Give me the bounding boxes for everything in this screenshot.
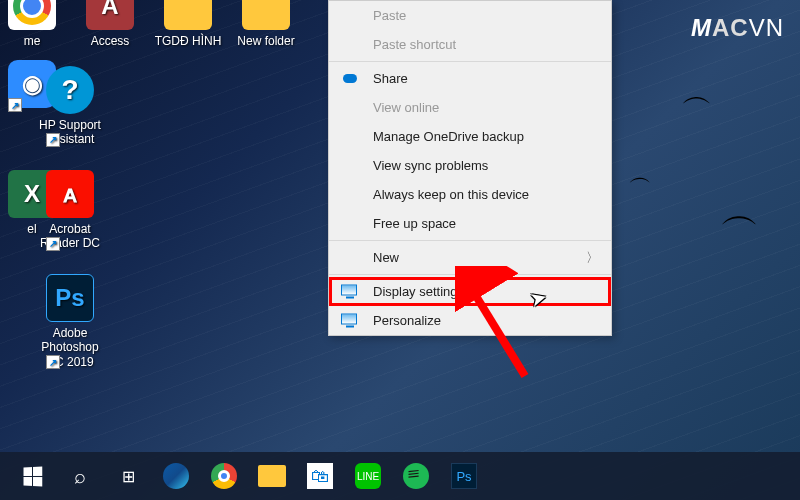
taskview-icon: ⊞ — [122, 467, 135, 486]
menu-item-paste: Paste — [329, 1, 611, 30]
onedrive-icon — [341, 70, 359, 88]
menu-item-new[interactable]: New 〉 — [329, 243, 611, 272]
desktop-icon-acrobat[interactable]: ᴀ↗ Acrobat Reader DC — [32, 170, 108, 251]
icon-label: Access — [72, 34, 148, 48]
desktop-icon-folder-new[interactable]: New folder — [228, 0, 304, 48]
menu-label: Share — [373, 71, 408, 86]
menu-item-personalize[interactable]: Personalize — [329, 306, 611, 335]
chrome-icon — [211, 463, 237, 489]
desktop-context-menu: Paste Paste shortcut Share View online M… — [328, 0, 612, 336]
desktop-icon-photoshop[interactable]: Ps↗ Adobe Photoshop CC 2019 — [32, 274, 108, 369]
monitor-icon — [341, 314, 357, 325]
icon-label: me — [0, 34, 70, 48]
windows-logo-icon — [23, 466, 42, 486]
line-icon: LINE — [355, 463, 381, 489]
menu-item-view-online: View online — [329, 93, 611, 122]
photoshop-icon: Ps — [451, 463, 477, 489]
menu-item-free-up[interactable]: Free up space — [329, 209, 611, 238]
shortcut-arrow-icon: ↗ — [46, 133, 60, 147]
taskbar-app-explorer[interactable] — [248, 452, 296, 500]
taskbar-app-edge[interactable] — [152, 452, 200, 500]
taskview-button[interactable]: ⊞ — [104, 452, 152, 500]
monitor-icon — [341, 285, 357, 296]
desktop-icon-folder-tgdd[interactable]: TGDĐ HÌNH — [150, 0, 226, 48]
menu-label: Free up space — [373, 216, 456, 231]
menu-label: Manage OneDrive backup — [373, 129, 524, 144]
edge-icon — [163, 463, 189, 489]
icon-label: Adobe Photoshop CC 2019 — [32, 326, 108, 369]
store-icon: 🛍 — [307, 463, 333, 489]
icon-label: Acrobat Reader DC — [32, 222, 108, 251]
menu-item-share[interactable]: Share — [329, 64, 611, 93]
menu-item-always-keep[interactable]: Always keep on this device — [329, 180, 611, 209]
search-button[interactable]: ⌕ — [56, 452, 104, 500]
menu-item-paste-shortcut: Paste shortcut — [329, 30, 611, 59]
menu-label: Personalize — [373, 313, 441, 328]
taskbar: ⌕ ⊞ 🛍 LINE Ps — [0, 452, 800, 500]
desktop-icon-access[interactable]: A Access — [72, 0, 148, 48]
taskbar-app-chrome[interactable] — [200, 452, 248, 500]
desktop-icon-chrome[interactable]: me — [0, 0, 70, 48]
taskbar-app-line[interactable]: LINE — [344, 452, 392, 500]
taskbar-app-photoshop[interactable]: Ps — [440, 452, 488, 500]
folder-icon — [258, 465, 286, 487]
icon-label: TGDĐ HÌNH — [150, 34, 226, 48]
menu-label: New — [373, 250, 399, 265]
menu-separator — [329, 240, 611, 241]
icon-label: New folder — [228, 34, 304, 48]
shortcut-arrow-icon: ↗ — [46, 237, 60, 251]
menu-label: Paste — [373, 8, 406, 23]
menu-label: Paste shortcut — [373, 37, 456, 52]
menu-item-view-sync[interactable]: View sync problems — [329, 151, 611, 180]
menu-label: Always keep on this device — [373, 187, 529, 202]
spotify-icon — [403, 463, 429, 489]
shortcut-arrow-icon: ↗ — [46, 355, 60, 369]
menu-label: Display settings — [373, 284, 464, 299]
desktop-area[interactable]: me A Access TGDĐ HÌNH New folder ◉↗ ?↗ H… — [0, 0, 800, 450]
menu-separator — [329, 61, 611, 62]
taskbar-app-store[interactable]: 🛍 — [296, 452, 344, 500]
menu-label: View sync problems — [373, 158, 488, 173]
search-icon: ⌕ — [74, 465, 86, 488]
shortcut-arrow-icon: ↗ — [8, 98, 22, 112]
menu-item-manage-backup[interactable]: Manage OneDrive backup — [329, 122, 611, 151]
taskbar-app-spotify[interactable] — [392, 452, 440, 500]
icon-label: HP Support Assistant — [32, 118, 108, 147]
chevron-right-icon: 〉 — [586, 249, 599, 267]
start-button[interactable] — [8, 452, 56, 500]
menu-separator — [329, 274, 611, 275]
menu-label: View online — [373, 100, 439, 115]
desktop-icon-hp-support[interactable]: ?↗ HP Support Assistant — [32, 66, 108, 147]
menu-item-display-settings[interactable]: Display settings — [329, 277, 611, 306]
